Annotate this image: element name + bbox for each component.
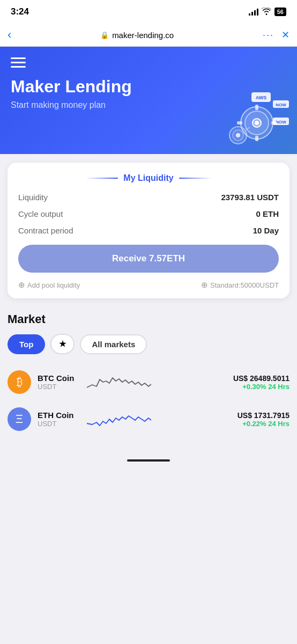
contract-period-row: Contract period 10 Day — [18, 226, 279, 235]
liquidity-card: My Liquidity Liquidity 23793.81 USDT Cyc… — [8, 163, 289, 298]
btc-pair: USDT — [38, 383, 80, 391]
btc-info: BTC Coin USDT — [38, 374, 80, 391]
scroll-indicator — [127, 459, 170, 462]
add-pool-label: Add pool liquidity — [27, 281, 80, 289]
browser-close-button[interactable]: ✕ — [281, 29, 289, 41]
plus-icon-left: ⊕ — [18, 280, 25, 290]
svg-rect-11 — [255, 136, 258, 141]
browser-url-container: 🔒 maker-lending.co — [18, 31, 256, 40]
liquidity-label: Liquidity — [18, 193, 48, 202]
plus-icon-right: ⊕ — [201, 280, 208, 290]
eth-pair: USDT — [38, 420, 80, 428]
cycle-output-row: Cycle output 0 ETH — [18, 209, 279, 218]
status-icons: 56 — [249, 8, 286, 17]
lock-icon: 🔒 — [100, 31, 109, 39]
eth-coin-row[interactable]: Ξ ETH Coin USDT US$ 1731.7915 +0.22% 24 … — [8, 401, 289, 438]
standard-label: Standard:50000USDT — [210, 281, 279, 289]
menu-button[interactable] — [11, 57, 286, 68]
add-pool-link[interactable]: ⊕ Add pool liquidity — [18, 280, 80, 290]
browser-bar: ‹ 🔒 maker-lending.co ··· ✕ — [0, 24, 297, 47]
liquidity-value: 23793.81 USDT — [221, 193, 279, 202]
eth-price-info: US$ 1731.7915 +0.22% 24 Hrs — [220, 411, 289, 428]
standard-link[interactable]: ⊕ Standard:50000USDT — [201, 280, 279, 290]
signal-icon — [249, 8, 258, 16]
cycle-output-label: Cycle output — [18, 209, 63, 218]
browser-back-button[interactable]: ‹ — [8, 28, 11, 42]
wifi-icon — [262, 8, 271, 17]
filter-all-markets-button[interactable]: All markets — [80, 334, 147, 354]
btc-chart — [87, 371, 213, 393]
hamburger-icon — [11, 57, 26, 68]
btc-price-info: US$ 26489.5011 +0.30% 24 Hrs — [220, 374, 289, 391]
svg-text:NOW: NOW — [276, 103, 286, 107]
svg-text:AWS: AWS — [256, 95, 267, 100]
receive-button[interactable]: Receive 7.57ETH — [18, 245, 279, 273]
card-header: My Liquidity — [18, 173, 279, 183]
header-deco-left — [86, 178, 118, 179]
eth-price: US$ 1731.7915 — [220, 411, 289, 420]
status-time: 3:24 — [11, 6, 29, 17]
battery-indicator: 56 — [274, 8, 286, 16]
filter-star-button[interactable]: ★ — [50, 334, 75, 354]
hero-section: Maker Lending Start making money plan AW… — [0, 47, 297, 154]
btc-icon: ₿ — [8, 370, 31, 394]
svg-rect-13 — [271, 121, 277, 125]
market-filters: Top ★ All markets — [8, 334, 289, 354]
liquidity-card-title: My Liquidity — [123, 173, 173, 183]
svg-point-9 — [255, 121, 259, 125]
liquidity-row: Liquidity 23793.81 USDT — [18, 193, 279, 202]
btc-change: +0.30% 24 Hrs — [220, 383, 289, 391]
filter-top-button[interactable]: Top — [8, 334, 45, 354]
svg-point-16 — [236, 133, 240, 137]
header-deco-right — [179, 178, 211, 179]
browser-url: maker-lending.co — [112, 31, 174, 40]
eth-icon: Ξ — [8, 407, 31, 431]
eth-change: +0.22% 24 Hrs — [220, 420, 289, 428]
contract-period-value: 10 Day — [253, 226, 279, 235]
market-section: Market Top ★ All markets ₿ BTC Coin USDT… — [0, 307, 297, 443]
svg-text:NOW: NOW — [276, 120, 286, 125]
eth-chart — [87, 408, 213, 430]
hero-illustration: AWS NOW NOW — [222, 90, 292, 149]
cycle-output-value: 0 ETH — [256, 209, 279, 218]
market-title: Market — [8, 312, 289, 326]
eth-info: ETH Coin USDT — [38, 411, 80, 428]
eth-name: ETH Coin — [38, 411, 80, 420]
btc-coin-row[interactable]: ₿ BTC Coin USDT US$ 26489.5011 +0.30% 24… — [8, 364, 289, 401]
btc-name: BTC Coin — [38, 374, 80, 383]
svg-rect-10 — [255, 105, 258, 110]
btc-price: US$ 26489.5011 — [220, 374, 289, 383]
contract-period-label: Contract period — [18, 226, 73, 235]
status-bar: 3:24 56 — [0, 0, 297, 24]
svg-rect-12 — [237, 121, 242, 125]
browser-actions: ··· ✕ — [263, 29, 289, 41]
browser-more-button[interactable]: ··· — [263, 30, 274, 41]
card-footer: ⊕ Add pool liquidity ⊕ Standard:50000USD… — [18, 280, 279, 290]
